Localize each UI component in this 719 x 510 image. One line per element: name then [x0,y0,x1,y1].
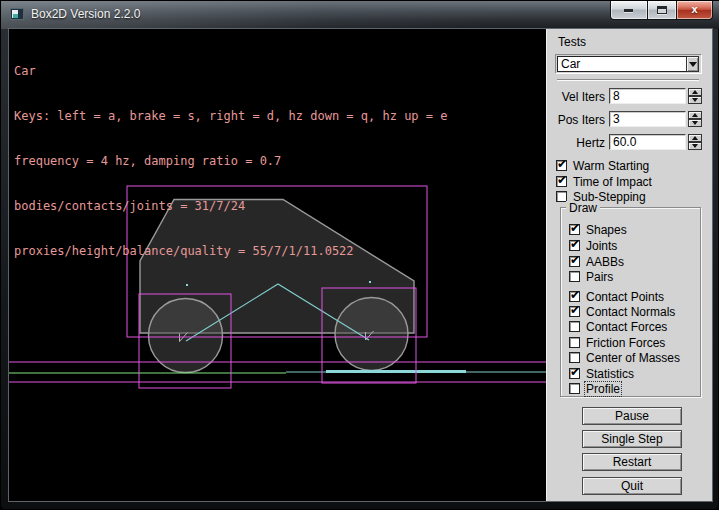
checkbox-label: Pairs [586,271,613,283]
caption-buttons: x [610,1,713,20]
vel-iters-label: Vel Iters [547,90,605,104]
checkbox-icon[interactable]: ✔ [569,337,580,348]
tests-dropdown[interactable]: Car [555,54,702,74]
checkbox-icon[interactable]: ✔ [556,160,567,171]
minimize-icon [624,9,633,12]
draw-group: Draw ✔ Shapes ✔ Joints ✔ AABBs ✔ Pairs ✔… [560,207,701,397]
tests-dropdown-value[interactable]: Car [557,56,688,72]
stats-line: Keys: left = a, brake = s, right = d, hz… [14,109,447,124]
checkbox-contact-forces[interactable]: ✔ Contact Forces [569,320,667,333]
checkbox-label: Statistics [586,368,634,380]
single-step-button[interactable]: Single Step [582,430,682,448]
chevron-down-icon [689,62,697,67]
checkbox-label: Warm Starting [573,160,649,172]
tests-dropdown-button[interactable] [686,56,699,72]
checkbox-icon[interactable]: ✔ [569,368,580,379]
checkbox-label: Contact Points [586,291,664,303]
arrow-down-icon [692,98,698,102]
checkbox-contact-points[interactable]: ✔ Contact Points [569,290,664,303]
checkbox-label: Profile [586,383,620,395]
checkbox-warm-starting[interactable]: ✔ Warm Starting [556,159,649,172]
checkbox-icon[interactable]: ✔ [569,256,580,267]
checkbox-label: Contact Normals [586,306,675,318]
checkbox-friction-forces[interactable]: ✔ Friction Forces [569,336,665,349]
pos-iters-stepper [688,111,702,127]
vel-iters-input[interactable]: 8 [609,88,686,104]
maximize-button[interactable] [648,1,676,20]
draw-group-title: Draw [566,201,600,215]
spinner-up-button[interactable] [688,111,702,119]
app-icon [10,8,24,20]
window-title: Box2D Version 2.2.0 [31,7,140,21]
stats-line: proxies/height/balance/quality = 55/7/1/… [14,244,447,259]
checkbox-center-of-masses[interactable]: ✔ Center of Masses [569,351,680,364]
vel-iters-row: Vel Iters 8 [547,88,713,104]
app-window: Box2D Version 2.2.0 x [0,0,719,510]
checkbox-icon[interactable]: ✔ [569,224,580,235]
checkbox-label: Contact Forces [586,321,667,333]
checkbox-icon[interactable]: ✔ [569,321,580,332]
arrow-up-icon [692,136,698,140]
hertz-input[interactable]: 60.0 [609,134,686,150]
spinner-down-button[interactable] [688,142,702,150]
pos-iters-row: Pos Iters 3 [547,111,713,127]
checkbox-contact-normals[interactable]: ✔ Contact Normals [569,305,675,318]
checkbox-label: Time of Impact [573,176,652,188]
separator [557,79,699,81]
arrow-up-icon [692,113,698,117]
checkbox-icon[interactable]: ✔ [569,240,580,251]
checkbox-label: Friction Forces [586,337,665,349]
pause-button[interactable]: Pause [582,407,682,425]
hertz-stepper [688,134,702,150]
checkbox-profile[interactable]: ✔ Profile [569,382,620,395]
checkbox-aabbs[interactable]: ✔ AABBs [569,255,624,268]
checkbox-joints[interactable]: ✔ Joints [569,239,617,252]
checkbox-time-of-impact[interactable]: ✔ Time of Impact [556,175,652,188]
arrow-down-icon [692,121,698,125]
maximize-icon [657,6,667,14]
checkbox-label: AABBs [586,256,624,268]
titlebar[interactable]: Box2D Version 2.2.0 x [1,1,719,29]
spinner-down-button[interactable] [688,96,702,104]
checkbox-icon[interactable]: ✔ [569,271,580,282]
checkbox-icon[interactable]: ✔ [556,176,567,187]
tests-label: Tests [558,35,586,49]
hertz-label: Hertz [547,136,605,150]
hertz-row: Hertz 60.0 [547,134,713,150]
checkbox-pairs[interactable]: ✔ Pairs [569,270,613,283]
stats-line: Car [14,64,447,79]
quit-button[interactable]: Quit [582,477,682,495]
vel-iters-stepper [688,88,702,104]
checkbox-statistics[interactable]: ✔ Statistics [569,367,634,380]
spinner-down-button[interactable] [688,119,702,127]
stats-text: Car Keys: left = a, brake = s, right = d… [14,34,447,289]
stats-line: frequency = 4 hz, damping ratio = 0.7 [14,154,447,169]
stats-line: bodies/contacts/joints = 31/7/24 [14,199,447,214]
checkbox-icon[interactable]: ✔ [569,306,580,317]
arrow-up-icon [692,90,698,94]
checkbox-icon[interactable]: ✔ [569,352,580,363]
pos-iters-label: Pos Iters [547,113,605,127]
simulation-canvas[interactable]: Car Keys: left = a, brake = s, right = d… [9,29,546,501]
close-icon: x [677,3,712,15]
close-button[interactable]: x [676,1,713,20]
checkbox-icon[interactable]: ✔ [569,383,580,394]
checkbox-label: Shapes [586,224,627,236]
checkbox-label: Joints [586,240,617,252]
spinner-up-button[interactable] [688,134,702,142]
restart-button[interactable]: Restart [582,453,682,471]
pos-iters-input[interactable]: 3 [609,111,686,127]
checkbox-shapes[interactable]: ✔ Shapes [569,223,627,236]
checkbox-icon[interactable]: ✔ [569,291,580,302]
minimize-button[interactable] [610,1,648,20]
checkbox-label: Center of Masses [586,352,680,364]
arrow-down-icon [692,144,698,148]
control-panel: Tests Car Vel Iters 8 Pos Iters 3 [546,29,712,501]
spinner-up-button[interactable] [688,88,702,96]
